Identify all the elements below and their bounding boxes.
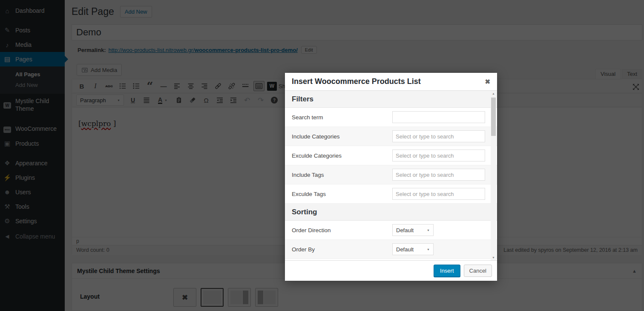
field-label: Exculde Tags — [292, 191, 392, 197]
chevron-down-icon: ▼ — [427, 248, 430, 251]
close-icon[interactable]: ✖ — [485, 78, 490, 86]
selected-value: Default — [396, 227, 414, 233]
search-term-input[interactable] — [392, 111, 485, 123]
modal-title: Insert Woocommerce Products List — [292, 77, 421, 86]
field-label: Order Direction — [292, 227, 392, 233]
insert-products-list-modal: Insert Woocommerce Products List ✖ Filte… — [285, 73, 497, 281]
field-label: Include Categories — [292, 133, 392, 140]
modal-body: Filters Search term Include Categories E… — [285, 91, 497, 260]
exclude-categories-input[interactable] — [392, 150, 485, 161]
chevron-down-icon: ▼ — [427, 229, 430, 232]
scroll-up-icon[interactable]: ▲ — [491, 91, 496, 96]
search-term-row: Search term — [285, 108, 497, 127]
include-tags-input[interactable] — [392, 169, 485, 181]
include-categories-input[interactable] — [392, 130, 485, 142]
field-label: Include Tags — [292, 172, 392, 178]
modal-footer: Insert Cancel — [285, 260, 497, 281]
field-label: Order By — [292, 246, 392, 253]
field-label: Exculde Categories — [292, 153, 392, 159]
order-by-row: Order By Default ▼ — [285, 240, 497, 259]
exclude-tags-input[interactable] — [392, 188, 485, 200]
selected-value: Default — [396, 246, 414, 253]
scroll-down-icon[interactable]: ▼ — [491, 255, 496, 260]
sorting-section-header: Sorting — [285, 204, 497, 221]
insert-button[interactable]: Insert — [434, 265, 460, 277]
scrollbar-thumb[interactable] — [491, 98, 496, 136]
include-tags-row: Include Tags — [285, 165, 497, 184]
modal-scrollbar[interactable]: ▲ ▼ — [491, 91, 496, 260]
order-direction-row: Order Direction Default ▼ — [285, 221, 497, 240]
cancel-button[interactable]: Cancel — [464, 265, 492, 277]
exclude-tags-row: Exculde Tags — [285, 184, 497, 204]
order-by-select[interactable]: Default ▼ — [392, 243, 434, 255]
order-direction-select[interactable]: Default ▼ — [392, 224, 434, 236]
modal-header: Insert Woocommerce Products List ✖ — [285, 73, 497, 91]
field-label: Search term — [292, 114, 392, 121]
include-categories-row: Include Categories — [285, 127, 497, 146]
filters-section-header: Filters — [285, 91, 497, 108]
exclude-categories-row: Exculde Categories — [285, 146, 497, 165]
